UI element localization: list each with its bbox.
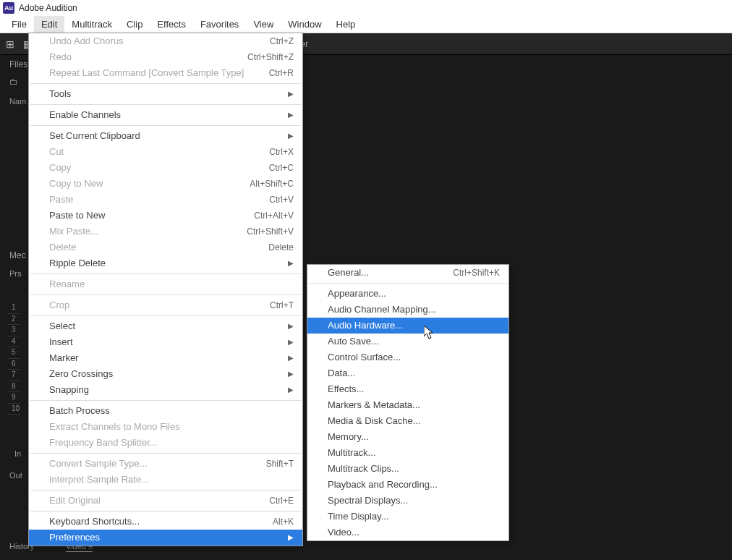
prefs-item-10[interactable]: Media & Disk Cache... bbox=[307, 413, 508, 429]
menu-item-label: Interpret Sample Rate... bbox=[49, 474, 149, 485]
menu-item-label: Set Current Clipboard bbox=[49, 130, 140, 142]
edit-item-15: DeleteDelete bbox=[29, 239, 302, 255]
edit-item-4[interactable]: Tools▶ bbox=[29, 86, 302, 102]
prefs-item-17[interactable]: Video... bbox=[307, 525, 508, 540]
prefs-item-6[interactable]: Control Surface... bbox=[307, 349, 508, 365]
edit-item-25[interactable]: Zero Crossings▶ bbox=[29, 366, 302, 382]
media-panel-label[interactable]: Mec bbox=[9, 250, 26, 260]
shortcut-label: Ctrl+Shift+Z bbox=[247, 51, 294, 63]
app-icon: Au bbox=[3, 2, 14, 14]
prefs-item-14[interactable]: Playback and Recording... bbox=[307, 477, 508, 493]
track-number-list: 12345678910 bbox=[7, 302, 20, 415]
track-number: 4 bbox=[7, 336, 20, 348]
menu-item-label: Marker bbox=[49, 352, 78, 364]
edit-item-29: Extract Channels to Mono Files bbox=[29, 419, 302, 435]
menu-edit[interactable]: Edit bbox=[34, 16, 64, 33]
prefs-item-0[interactable]: General...Ctrl+Shift+K bbox=[307, 265, 508, 281]
chevron-right-icon: ▶ bbox=[288, 384, 294, 396]
edit-item-23[interactable]: Insert▶ bbox=[29, 334, 302, 350]
menu-clip[interactable]: Clip bbox=[119, 16, 150, 33]
edit-item-13[interactable]: Paste to NewCtrl+Alt+V bbox=[29, 208, 302, 224]
prefs-item-13[interactable]: Multitrack Clips... bbox=[307, 461, 508, 477]
separator bbox=[30, 400, 301, 401]
menu-item-label: Paste to New bbox=[49, 210, 105, 221]
menu-view[interactable]: View bbox=[246, 16, 281, 33]
edit-item-9: CutCtrl+X bbox=[29, 144, 302, 160]
edit-item-12: PasteCtrl+V bbox=[29, 192, 302, 208]
prefs-item-3[interactable]: Audio Channel Mapping... bbox=[307, 302, 508, 318]
menu-item-label: Playback and Recording... bbox=[328, 479, 438, 491]
menu-item-label: Insert bbox=[49, 336, 73, 348]
separator bbox=[30, 104, 301, 105]
menu-item-label: Multitrack... bbox=[328, 447, 375, 459]
name-column: Nam bbox=[9, 97, 26, 106]
menu-item-label: Zero Crossings bbox=[49, 368, 113, 380]
shortcut-label: Shift+T bbox=[266, 458, 294, 470]
menu-item-label: Audio Channel Mapping... bbox=[328, 304, 436, 315]
prefs-item-15[interactable]: Spectral Displays... bbox=[307, 493, 508, 509]
edit-item-28[interactable]: Batch Process bbox=[29, 403, 302, 419]
prefs-item-4[interactable]: Audio Hardware... bbox=[307, 318, 508, 334]
separator bbox=[30, 511, 301, 512]
menu-item-label: Tools bbox=[49, 88, 71, 100]
chevron-right-icon: ▶ bbox=[288, 109, 294, 121]
separator bbox=[30, 273, 301, 274]
shortcut-label: Ctrl+E bbox=[269, 495, 294, 506]
chevron-right-icon: ▶ bbox=[288, 336, 294, 348]
edit-item-20: CropCtrl+T bbox=[29, 297, 302, 313]
edit-item-26[interactable]: Snapping▶ bbox=[29, 382, 302, 398]
menu-item-label: Crop bbox=[49, 300, 69, 311]
shortcut-label: Alt+Shift+C bbox=[250, 178, 294, 190]
track-number: 8 bbox=[7, 381, 20, 393]
menu-item-label: Redo bbox=[49, 51, 72, 63]
menu-effects[interactable]: Effects bbox=[150, 16, 193, 33]
app-title: Adobe Audition bbox=[19, 3, 77, 13]
edit-item-24[interactable]: Marker▶ bbox=[29, 350, 302, 366]
prefs-item-9[interactable]: Markers & Metadata... bbox=[307, 397, 508, 413]
menu-item-label: Spectral Displays... bbox=[328, 495, 408, 506]
menu-file[interactable]: File bbox=[4, 16, 34, 33]
menu-help[interactable]: Help bbox=[329, 16, 363, 33]
shortcut-label: Alt+K bbox=[273, 516, 294, 527]
shortcut-label: Ctrl+Alt+V bbox=[254, 210, 294, 221]
prefs-item-7[interactable]: Data... bbox=[307, 365, 508, 381]
menu-window[interactable]: Window bbox=[281, 16, 328, 33]
shortcut-label: Ctrl+V bbox=[269, 194, 294, 205]
preset-label: Prs bbox=[9, 269, 22, 278]
separator bbox=[30, 83, 301, 84]
files-panel-label[interactable]: Files bbox=[9, 59, 27, 69]
edit-item-38[interactable]: Preferences▶ bbox=[29, 530, 302, 546]
edit-item-8[interactable]: Set Current Clipboard▶ bbox=[29, 128, 302, 144]
prefs-item-12[interactable]: Multitrack... bbox=[307, 445, 508, 461]
edit-item-37[interactable]: Keyboard Shortcuts...Alt+K bbox=[29, 514, 302, 530]
edit-item-16[interactable]: Ripple Delete▶ bbox=[29, 255, 302, 271]
menu-favorites[interactable]: Favorites bbox=[193, 16, 246, 33]
edit-item-11: Copy to NewAlt+Shift+C bbox=[29, 176, 302, 192]
prefs-item-11[interactable]: Memory... bbox=[307, 429, 508, 445]
chevron-right-icon: ▶ bbox=[288, 368, 294, 380]
edit-item-22[interactable]: Select▶ bbox=[29, 318, 302, 334]
menu-item-label: Multitrack Clips... bbox=[328, 463, 399, 475]
prefs-item-5[interactable]: Auto Save... bbox=[307, 334, 508, 349]
folder-icon[interactable]: 🗀 bbox=[9, 77, 18, 87]
preferences-submenu: General...Ctrl+Shift+KAppearance...Audio… bbox=[307, 264, 509, 541]
waveform-icon[interactable]: ⊞ bbox=[6, 38, 14, 50]
shortcut-label: Ctrl+T bbox=[270, 300, 294, 311]
menu-item-label: General... bbox=[328, 267, 369, 279]
track-number: 10 bbox=[7, 404, 20, 415]
chevron-right-icon: ▶ bbox=[288, 352, 294, 364]
edit-item-10: CopyCtrl+C bbox=[29, 160, 302, 176]
prefs-item-8[interactable]: Effects... bbox=[307, 381, 508, 397]
menubar: FileEditMultitrackClipEffectsFavoritesVi… bbox=[0, 16, 732, 33]
edit-item-1: RedoCtrl+Shift+Z bbox=[29, 49, 302, 65]
edit-menu-dropdown: Undo Add ChorusCtrl+ZRedoCtrl+Shift+ZRep… bbox=[28, 33, 303, 546]
menu-multitrack[interactable]: Multitrack bbox=[64, 16, 119, 33]
prefs-item-16[interactable]: Time Display... bbox=[307, 509, 508, 525]
prefs-item-2[interactable]: Appearance... bbox=[307, 286, 508, 302]
edit-item-6[interactable]: Enable Channels▶ bbox=[29, 107, 302, 123]
menu-item-label: Video... bbox=[328, 527, 359, 538]
menu-item-label: Delete bbox=[49, 242, 77, 253]
menu-item-label: Extract Channels to Mono Files bbox=[49, 421, 180, 433]
track-number: 6 bbox=[7, 359, 20, 370]
menu-item-label: Convert Sample Type... bbox=[49, 458, 148, 470]
